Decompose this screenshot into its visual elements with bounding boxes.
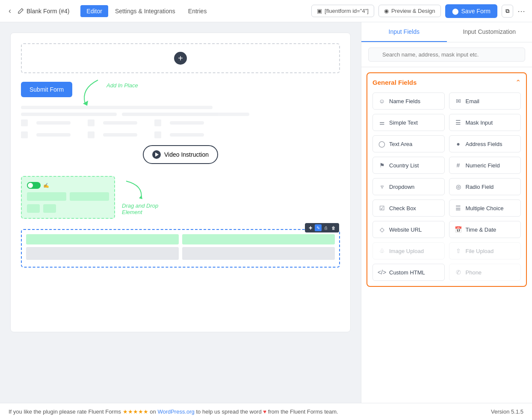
field-item-radio-field[interactable]: ◎ Radio Field [449, 178, 521, 195]
flag-icon: ⚑ [378, 161, 386, 169]
add-in-place-label: Add In Place [106, 82, 138, 89]
add-circle-button[interactable]: + [174, 52, 187, 65]
monitor-icon: ▣ [317, 8, 322, 14]
field-item-email[interactable]: ✉ Email [449, 92, 521, 110]
text-icon: ⚌ [378, 119, 386, 126]
copy-toolbar-icon[interactable]: ⎙ [322, 224, 329, 231]
play-triangle [155, 152, 159, 157]
field-item-address-fields[interactable]: ● Address Fields [449, 135, 521, 152]
expand-button[interactable]: ⧉ [502, 5, 513, 18]
field-label-radio-field: Radio Field [466, 184, 494, 190]
toggle-switch[interactable] [27, 182, 41, 189]
preview-button[interactable]: ◉ Preview & Design [378, 5, 441, 17]
drag-toggle: ✍ [27, 182, 109, 189]
expand-icon: ⧉ [505, 8, 509, 14]
bottom-selected-section: ✚ ✎ ⎙ 🗑 [21, 229, 340, 268]
field-item-website-url[interactable]: ◇ Website URL [372, 221, 445, 238]
tab-input-customization[interactable]: Input Customization [447, 22, 532, 42]
field-label-numeric-field: Numeric Field [466, 162, 500, 169]
shortcode-text: [fluentform id="4"] [325, 8, 369, 14]
field-item-mask-input[interactable]: ☰ Mask Input [449, 114, 521, 131]
add-section[interactable]: + [21, 43, 340, 73]
multiple-choice-icon: ☰ [455, 204, 462, 212]
wordpress-link[interactable]: WordPress.org [157, 408, 194, 415]
section-title: General Fields [372, 79, 417, 86]
tab-settings[interactable]: Settings & Integrations [109, 5, 181, 17]
drag-section: ✍ [21, 176, 115, 219]
field-item-name-fields[interactable]: ☺ Name Fields [372, 92, 445, 110]
field-item-phone[interactable]: ✆ Phone [449, 264, 521, 281]
stars: ★★★★★ [123, 408, 148, 415]
move-toolbar-icon[interactable]: ✚ [307, 224, 314, 231]
video-btn-label: Video Instruction [164, 151, 209, 158]
drag-annotation-label: Drag and Drop Element [122, 203, 158, 215]
arrow-svg [72, 76, 158, 110]
fields-panel: General Fields ⌃ ☺ Name Fields ✉ Email [361, 67, 532, 403]
video-instruction-button[interactable]: Video Instruction [143, 145, 218, 164]
field-label-multiple-choice: Multiple Choice [466, 205, 504, 211]
bottombar-text: If you like the plugin please rate Fluen… [9, 408, 121, 415]
url-icon: ◇ [378, 226, 386, 233]
save-icon: ⬤ [452, 8, 459, 15]
field-item-simple-text[interactable]: ⚌ Simple Text [372, 114, 445, 131]
search-input[interactable] [368, 48, 525, 62]
field-label-image-upload: Image Upload [389, 248, 424, 254]
bottom-row-2 [26, 247, 335, 260]
bottom-cell-1 [26, 234, 179, 244]
field-item-dropdown[interactable]: ▿ Dropdown [372, 178, 445, 195]
save-form-button[interactable]: ⬤ Save Form [445, 4, 497, 18]
sidebar-tabs: Input Fields Input Customization [361, 22, 532, 42]
search-box: ☌ [361, 42, 532, 67]
field-label-dropdown: Dropdown [389, 184, 414, 190]
tab-entries[interactable]: Entries [182, 5, 213, 17]
field-label-phone: Phone [466, 269, 482, 276]
field-item-time-date[interactable]: 📅 Time & Date [449, 221, 521, 238]
submit-form-button[interactable]: Submit Form [21, 82, 72, 97]
person-icon: ☺ [378, 97, 386, 105]
bottom-cell-light-2 [182, 247, 335, 260]
field-item-custom-html[interactable]: </> Custom HTML [372, 264, 445, 281]
radio-icon: ◎ [455, 183, 462, 191]
edit-toolbar-icon[interactable]: ✎ [315, 224, 322, 231]
eye-icon: ◉ [384, 8, 389, 14]
topbar-right: ▣ [fluentform id="4"] ◉ Preview & Design… [311, 4, 525, 18]
drag-annotation-area: Drag and Drop Element [122, 171, 158, 224]
form-title-text: Blank Form (#4) [27, 8, 69, 15]
field-item-text-area[interactable]: ◯ Text Area [372, 135, 445, 152]
email-icon: ✉ [455, 97, 462, 105]
textarea-icon: ◯ [378, 140, 386, 148]
submit-btn-area: Submit Form [21, 82, 340, 97]
checkbox-icon: ☑ [378, 204, 386, 212]
bottom-row-1 [26, 234, 335, 244]
upload-icon: ⇧ [455, 247, 462, 255]
field-item-country-list[interactable]: ⚑ Country List [372, 157, 445, 174]
delete-toolbar-icon[interactable]: 🗑 [330, 224, 337, 231]
pin-icon: ● [455, 140, 462, 148]
field-item-numeric-field[interactable]: # Numeric Field [449, 157, 521, 174]
back-button[interactable]: ‹ [7, 5, 13, 17]
image-icon: ♧ [378, 247, 386, 255]
phone-icon: ✆ [455, 268, 462, 276]
search-wrapper: ☌ [368, 48, 525, 62]
add-in-place-annotation: Add In Place [21, 106, 340, 138]
field-item-image-upload[interactable]: ♧ Image Upload [372, 242, 445, 259]
hash-icon: # [455, 161, 462, 169]
fields-grid: ☺ Name Fields ✉ Email ⚌ Simple Text [372, 92, 521, 281]
bottombar: If you like the plugin please rate Fluen… [0, 403, 532, 420]
field-label-check-box: Check Box [389, 205, 416, 211]
shortcode-button[interactable]: ▣ [fluentform id="4"] [311, 5, 374, 17]
tab-input-fields[interactable]: Input Fields [361, 22, 447, 42]
bottom-cell-light-1 [26, 247, 179, 260]
collapse-button[interactable]: ⌃ [515, 78, 521, 86]
heart-icon: ♥ [263, 408, 266, 415]
toggle-dot [28, 183, 33, 188]
field-item-file-upload[interactable]: ⇧ File Upload [449, 242, 521, 259]
field-item-multiple-choice[interactable]: ☰ Multiple Choice [449, 200, 521, 217]
field-item-check-box[interactable]: ☑ Check Box [372, 200, 445, 217]
more-options-button[interactable]: ⋯ [517, 6, 525, 16]
selected-toolbar: ✚ ✎ ⎙ 🗑 [305, 223, 339, 232]
drag-arrow-svg [122, 177, 148, 203]
drag-small-1 [27, 204, 40, 213]
plus-icon: + [178, 54, 183, 63]
tab-editor[interactable]: Editor [80, 5, 108, 17]
